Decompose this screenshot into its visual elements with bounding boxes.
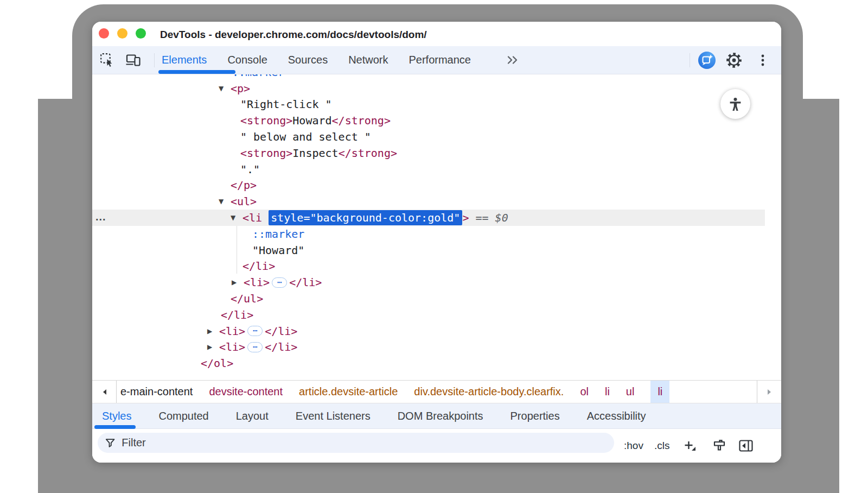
expand-arrow-icon[interactable]: ▶ <box>207 327 219 335</box>
breadcrumb: e-main-contentdevsite-contentarticle.dev… <box>116 381 757 403</box>
dom-segment-tag: <li <box>242 211 269 224</box>
dom-segment-text: "Howard" <box>252 244 304 257</box>
dom-tree-row[interactable]: ...▼<li style="background-color:gold"> =… <box>92 210 765 226</box>
chevron-left-icon <box>102 389 107 395</box>
breadcrumb-bar: e-main-contentdevsite-contentarticle.dev… <box>92 380 781 403</box>
dom-segment-tag: </ol> <box>201 357 233 370</box>
dom-segment-pseudo: ::marker <box>252 227 304 241</box>
dom-tree-row[interactable]: </li> <box>92 307 765 323</box>
filter-field[interactable] <box>98 433 614 453</box>
dom-tree-row[interactable]: ▼<ul> <box>92 193 765 210</box>
dom-tree-row[interactable]: ▶<li>⋯</li> <box>92 339 765 356</box>
collapse-arrow-icon[interactable]: ▼ <box>219 85 231 92</box>
breadcrumb-scroll-left-button[interactable] <box>92 381 117 403</box>
device-toolbar-icon[interactable] <box>126 54 141 69</box>
brush-icon[interactable] <box>713 429 726 463</box>
minimize-button[interactable] <box>117 28 127 39</box>
dom-segment-text: "Right-click " <box>240 98 332 111</box>
panel-tab-dom-breakpoints[interactable]: DOM Breakpoints <box>398 410 483 422</box>
row-menu-dots-icon[interactable]: ... <box>95 211 106 223</box>
collapse-arrow-icon[interactable]: ▼ <box>219 198 231 205</box>
dom-segment-tag: </strong> <box>339 147 397 160</box>
dom-segment-tag: > <box>462 211 469 224</box>
dom-tree-row[interactable]: <strong>Howard</strong> <box>92 112 765 129</box>
collapsed-content-ellipsis[interactable]: ⋯ <box>272 277 287 288</box>
panel-tab-layout[interactable]: Layout <box>236 410 269 422</box>
dom-segment-tag: </li> <box>265 340 297 353</box>
more-tabs-chevron-icon[interactable] <box>507 55 519 65</box>
indent-guide <box>237 226 237 274</box>
dom-tree-row[interactable]: "." <box>92 161 765 178</box>
zoom-button[interactable] <box>136 28 146 39</box>
dom-segment-tag: </strong> <box>332 114 391 127</box>
breadcrumb-item[interactable]: devsite-content <box>209 385 283 398</box>
dom-tree-row[interactable]: ::marker <box>92 226 765 242</box>
expand-arrow-icon[interactable]: ▶ <box>232 279 244 286</box>
settings-gear-icon[interactable] <box>726 52 742 71</box>
accessibility-overlay-button[interactable] <box>720 89 750 119</box>
dom-tree-row[interactable]: ▶<li>⋯</li> <box>92 274 765 290</box>
breadcrumb-item[interactable]: e-main-content <box>120 385 193 398</box>
panel-tab-event-listeners[interactable]: Event Listeners <box>296 410 371 422</box>
dom-tree-row[interactable]: "Howard" <box>92 242 765 258</box>
dom-tree-row[interactable]: </p> <box>92 178 765 194</box>
dom-tree-row[interactable]: <strong>Inspect</strong> <box>92 145 765 161</box>
kebab-menu-icon[interactable] <box>758 52 767 71</box>
dom-tree-row[interactable]: </ol> <box>92 355 765 371</box>
dom-segment-tag: </li> <box>289 276 322 289</box>
breadcrumb-item[interactable]: div.devsite-article-body.clearfix. <box>414 385 564 398</box>
toggle-sidebar-icon[interactable] <box>739 429 753 463</box>
tab-elements[interactable]: Elements <box>162 54 207 66</box>
filter-input[interactable] <box>120 436 607 450</box>
dom-tree-row[interactable]: "Right-click " <box>92 97 765 113</box>
toolbar-divider <box>154 53 155 67</box>
tab-sources[interactable]: Sources <box>288 54 328 66</box>
active-tab-underline <box>158 70 235 74</box>
dom-tree-row[interactable]: " below and select " <box>92 129 765 145</box>
dom-segment-text: Howard <box>292 114 331 127</box>
dom-segment-tag: </li> <box>265 325 297 338</box>
breadcrumb-item[interactable]: ol <box>580 385 589 398</box>
dom-segment-eq: == <box>469 211 495 224</box>
breadcrumb-item[interactable]: li <box>605 385 610 398</box>
devtools-toolbar: ElementsConsoleSourcesNetworkPerformance <box>92 46 781 74</box>
toolbar-divider <box>690 53 690 67</box>
tab-network[interactable]: Network <box>348 54 388 66</box>
tab-performance[interactable]: Performance <box>409 54 471 66</box>
inspect-icon[interactable] <box>100 53 115 70</box>
dom-segment-tag: <ul> <box>231 195 257 208</box>
dom-segment-tag: <strong> <box>240 114 292 127</box>
breadcrumb-item[interactable]: ul <box>626 385 635 398</box>
new-style-rule-plus-icon[interactable] <box>684 429 696 463</box>
breadcrumb-item[interactable]: li <box>650 381 669 403</box>
dom-segment-text: Inspect <box>292 147 338 160</box>
panel-tab-styles[interactable]: Styles <box>102 410 131 422</box>
breadcrumb-scroll-right-button[interactable] <box>757 381 781 403</box>
panel-tab-accessibility[interactable]: Accessibility <box>587 410 646 422</box>
collapse-arrow-icon[interactable]: ▼ <box>231 214 242 222</box>
panel-tab-computed[interactable]: Computed <box>158 410 208 422</box>
tab-console[interactable]: Console <box>227 54 267 66</box>
window-titlebar[interactable]: DevTools - developer.chrome.com/docs/dev… <box>92 22 781 46</box>
dom-tree-row[interactable]: ▼<p> <box>92 80 765 97</box>
ai-assistant-icon[interactable] <box>698 51 716 72</box>
toggle-element-state-button[interactable]: :hov <box>624 429 643 463</box>
chevron-right-icon <box>767 389 772 395</box>
window-title: DevTools - developer.chrome.com/docs/dev… <box>160 22 427 46</box>
collapsed-content-ellipsis[interactable]: ⋯ <box>247 342 263 352</box>
dom-segment-attrsel: style="background-color:gold" <box>269 210 462 225</box>
breadcrumb-item[interactable]: article.devsite-article <box>299 385 398 398</box>
close-button[interactable] <box>99 28 109 39</box>
expand-arrow-icon[interactable]: ▶ <box>207 343 219 351</box>
dom-segment-tag: <li> <box>244 276 270 289</box>
panel-tab-properties[interactable]: Properties <box>510 410 560 422</box>
collapsed-content-ellipsis[interactable]: ⋯ <box>247 326 263 336</box>
dom-tree-row[interactable]: </ul> <box>92 290 765 307</box>
dom-segment-text: "." <box>240 163 260 176</box>
dom-tree-row[interactable]: ▶<li>⋯</li> <box>92 323 765 339</box>
dom-segment-tag: <li> <box>219 325 245 338</box>
sidebar-panel-tabs: StylesComputedLayoutEvent ListenersDOM B… <box>92 403 781 429</box>
devtools-window: DevTools - developer.chrome.com/docs/dev… <box>92 22 781 463</box>
element-classes-button[interactable]: .cls <box>654 429 670 463</box>
dom-tree-row[interactable]: </li> <box>92 258 765 275</box>
